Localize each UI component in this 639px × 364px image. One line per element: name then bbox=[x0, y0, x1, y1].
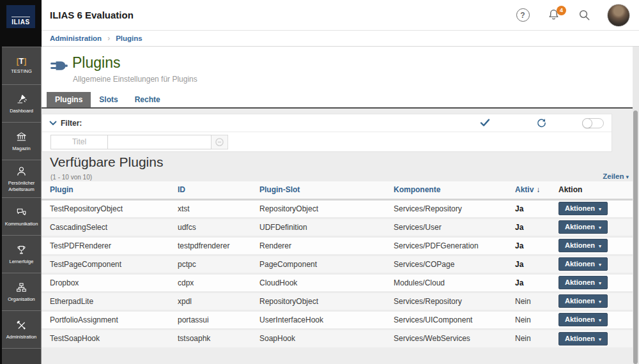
breadcrumb-plugins[interactable]: Plugins bbox=[116, 34, 142, 42]
title-filter-label: Titel bbox=[50, 135, 108, 149]
sidebar-item-kommunikation[interactable]: Kommunikation bbox=[2, 198, 41, 236]
sidebar-item-label: Administration bbox=[3, 334, 40, 340]
sidebar-item-organisation[interactable]: Organisation bbox=[2, 273, 41, 311]
top-header: ILIAS 6 Evaluation ? 4 bbox=[42, 0, 639, 31]
caret-down-icon: ▾ bbox=[599, 262, 601, 268]
column-header-plugin[interactable]: Plugin bbox=[42, 181, 178, 199]
sidebar-item-label: Kommunikation bbox=[3, 221, 40, 227]
actions-dropdown-button[interactable]: Aktionen▾ bbox=[558, 313, 608, 326]
notification-badge: 4 bbox=[557, 6, 566, 15]
table-row: Dropboxcdpx CloudHookModules/Cloud Ja Ak… bbox=[42, 273, 633, 292]
sidebar-item-personal-workspace[interactable]: Persönlicher Arbeitsraum bbox=[2, 160, 41, 198]
column-header-aktiv[interactable]: Aktiv↓ bbox=[515, 181, 558, 199]
table-row: EtherpadLitexpdl RepositoryObjectService… bbox=[42, 292, 633, 310]
table-header-row: Plugin ID Plugin-Slot Komponente Aktiv↓ … bbox=[42, 181, 633, 199]
trophy-icon bbox=[15, 244, 27, 256]
tab-underline bbox=[42, 107, 633, 109]
breadcrumb-administration[interactable]: Administration bbox=[50, 34, 102, 42]
table-row: PortfolioAssignmentportassui UserInterfa… bbox=[42, 310, 633, 329]
page-header: Plugins Allgemeine Einstellungen für Plu… bbox=[42, 47, 633, 109]
caret-down-icon: ▾ bbox=[599, 337, 601, 342]
toggle-knob bbox=[582, 118, 592, 128]
caret-down-icon: ▾ bbox=[599, 206, 601, 212]
tools-icon bbox=[15, 319, 27, 331]
sidebar-item-label: Persönlicher Arbeitsraum bbox=[3, 180, 40, 192]
sidebar-item-magazin[interactable]: Magazin bbox=[2, 123, 41, 160]
caret-down-icon: ▾ bbox=[599, 280, 601, 286]
main-content: Plugins Allgemeine Einstellungen für Plu… bbox=[42, 47, 633, 364]
chat-bubbles-icon bbox=[15, 206, 27, 218]
notifications-button[interactable]: 4 bbox=[546, 8, 561, 23]
user-avatar[interactable] bbox=[607, 4, 630, 27]
filter-toggle[interactable] bbox=[582, 118, 604, 128]
filter-label: Filter: bbox=[61, 119, 82, 128]
title-filter-group: Titel bbox=[50, 135, 228, 149]
rows-dropdown[interactable]: Zeilen▾ bbox=[603, 172, 629, 180]
actions-dropdown-button[interactable]: Aktionen▾ bbox=[558, 220, 608, 234]
person-icon bbox=[15, 165, 27, 178]
testing-icon: [T] bbox=[17, 57, 26, 66]
column-header-id[interactable]: ID bbox=[178, 181, 259, 199]
help-icon: ? bbox=[516, 8, 530, 22]
sidebar-item-lernerfolge[interactable]: Lernerfolge bbox=[2, 236, 41, 273]
apply-filter-icon[interactable] bbox=[480, 118, 490, 127]
result-count: (1 - 10 von 10) bbox=[50, 174, 92, 181]
column-header-komponente[interactable]: Komponente bbox=[394, 181, 515, 199]
table-row: CascadingSelectudfcs UDFDefinitionServic… bbox=[42, 218, 633, 236]
page-subtitle: Allgemeine Einstellungen für Plugins bbox=[73, 75, 197, 84]
tab-bar: Plugins Slots Rechte bbox=[47, 92, 169, 107]
logo-area: ILIAS bbox=[0, 0, 42, 47]
sidebar-item-label: Lernerfolge bbox=[3, 259, 40, 264]
actions-dropdown-button[interactable]: Aktionen▾ bbox=[558, 276, 608, 289]
table-row: TestSoapHooktstsoaphk SoapHookServices/W… bbox=[42, 329, 633, 347]
sidebar-item-dashboard[interactable]: Dashboard bbox=[2, 85, 41, 123]
actions-dropdown-button[interactable]: Aktionen▾ bbox=[558, 202, 608, 215]
sidebar-item-label: Magazin bbox=[3, 146, 40, 151]
reset-filter-icon[interactable] bbox=[536, 118, 547, 128]
minus-circle-icon bbox=[215, 137, 224, 147]
sidebar-filler bbox=[2, 349, 42, 364]
table-row: TestRepositoryObjectxtst RepositoryObjec… bbox=[42, 199, 633, 218]
lamp-icon bbox=[15, 93, 27, 105]
help-button[interactable]: ? bbox=[515, 8, 530, 23]
ilias-logo[interactable]: ILIAS bbox=[6, 5, 35, 28]
app-title: ILIAS 6 Evaluation bbox=[50, 10, 134, 20]
scrollbar-track bbox=[633, 47, 639, 364]
sidebar-item-testing[interactable]: [T] TESTING bbox=[2, 47, 41, 85]
actions-dropdown-button[interactable]: Aktionen▾ bbox=[558, 257, 608, 271]
page-title: Plugins bbox=[72, 54, 120, 72]
actions-dropdown-button[interactable]: Aktionen▾ bbox=[558, 294, 608, 308]
remove-filter-button[interactable] bbox=[212, 135, 228, 149]
sidebar-item-label: Dashboard bbox=[3, 108, 40, 114]
column-header-aktion: Aktion bbox=[558, 181, 633, 199]
table-row: TestPageComponentpctpc PageComponentServ… bbox=[42, 255, 633, 273]
search-button[interactable] bbox=[576, 8, 592, 23]
sidebar-item-administration[interactable]: Administration bbox=[2, 311, 41, 349]
caret-down-icon: ▾ bbox=[599, 243, 601, 249]
main-sidebar: ILIAS [T] TESTING Dashboard bbox=[0, 0, 42, 364]
search-icon bbox=[577, 8, 592, 22]
sort-desc-icon: ↓ bbox=[536, 185, 540, 194]
org-chart-icon bbox=[15, 282, 27, 294]
tab-plugins[interactable]: Plugins bbox=[47, 92, 91, 107]
filter-panel: Filter: Titel bbox=[42, 114, 612, 152]
caret-down-icon: ▾ bbox=[599, 299, 601, 305]
breadcrumb: Administration › Plugins bbox=[42, 31, 639, 47]
caret-down-icon: ▾ bbox=[599, 317, 601, 323]
tab-rechte[interactable]: Rechte bbox=[127, 92, 169, 107]
tab-slots[interactable]: Slots bbox=[91, 92, 126, 107]
sidebar-item-label: TESTING bbox=[3, 68, 40, 74]
bank-icon bbox=[15, 131, 27, 143]
chevron-down-icon[interactable] bbox=[49, 121, 57, 126]
scrollbar-thumb[interactable] bbox=[633, 110, 638, 364]
title-filter-input[interactable] bbox=[108, 135, 212, 149]
breadcrumb-separator-icon: › bbox=[107, 34, 110, 43]
actions-dropdown-button[interactable]: Aktionen▾ bbox=[558, 332, 608, 345]
sidebar-item-label: Organisation bbox=[3, 296, 40, 302]
plugin-icon bbox=[50, 57, 68, 75]
caret-down-icon: ▾ bbox=[626, 174, 629, 180]
section-title: Verfügbare Plugins bbox=[50, 155, 163, 170]
column-header-plugin-slot[interactable]: Plugin-Slot bbox=[259, 181, 394, 199]
actions-dropdown-button[interactable]: Aktionen▾ bbox=[558, 239, 608, 252]
table-row: TestPDFRenderertestpdfrenderer RendererS… bbox=[42, 236, 633, 255]
